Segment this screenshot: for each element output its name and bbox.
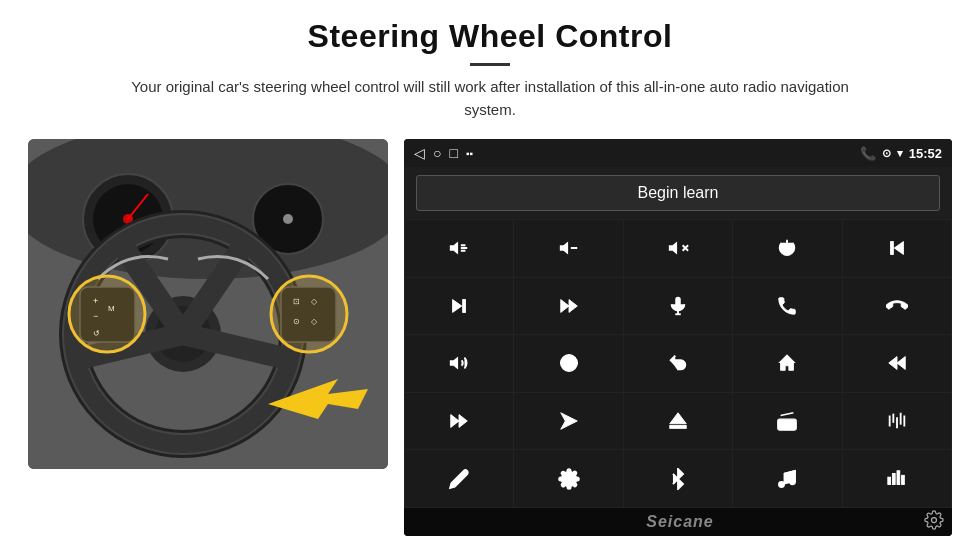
- svg-marker-39: [894, 242, 903, 255]
- svg-marker-36: [669, 242, 677, 255]
- seicane-logo: Seicane: [436, 513, 924, 531]
- speaker-button[interactable]: [405, 335, 513, 392]
- mic-button[interactable]: [624, 278, 732, 335]
- eject-button[interactable]: [624, 393, 732, 450]
- svg-rect-40: [890, 242, 893, 255]
- prev-track-button[interactable]: [843, 220, 951, 277]
- svg-marker-44: [569, 299, 577, 312]
- svg-marker-30: [450, 242, 458, 255]
- svg-rect-73: [888, 477, 891, 484]
- skip-fwd-button[interactable]: [405, 393, 513, 450]
- svg-point-77: [932, 517, 937, 522]
- home-nav-icon[interactable]: ○: [433, 145, 441, 161]
- pen-button[interactable]: [405, 450, 513, 507]
- status-left: ◁ ○ □ ▪▪: [414, 145, 473, 161]
- svg-line-65: [781, 413, 794, 416]
- sd-icon: ▪▪: [466, 148, 473, 159]
- begin-learn-button[interactable]: Begin learn: [416, 175, 940, 211]
- svg-marker-43: [560, 299, 568, 312]
- volume-bars-button[interactable]: [843, 450, 951, 507]
- navigate-button[interactable]: [514, 393, 622, 450]
- svg-marker-55: [451, 415, 459, 428]
- svg-rect-75: [897, 470, 900, 484]
- bluetooth-button[interactable]: [624, 450, 732, 507]
- svg-marker-53: [897, 357, 905, 370]
- svg-point-7: [283, 214, 293, 224]
- title-divider: [470, 63, 510, 66]
- vol-up-button[interactable]: [405, 220, 513, 277]
- android-screen: ◁ ○ □ ▪▪ 📞 ⊙ ▾ 15:52 Begin learn: [404, 139, 952, 536]
- svg-rect-76: [901, 475, 904, 484]
- header-section: Steering Wheel Control Your original car…: [0, 0, 980, 131]
- back-button[interactable]: [624, 335, 732, 392]
- svg-marker-48: [450, 357, 458, 370]
- back-nav-icon[interactable]: ◁: [414, 145, 425, 161]
- svg-marker-54: [889, 357, 897, 370]
- power-button[interactable]: [733, 220, 841, 277]
- svg-rect-59: [670, 426, 687, 429]
- equalizer-button[interactable]: [843, 393, 951, 450]
- svg-rect-74: [892, 473, 895, 484]
- svg-text:360: 360: [565, 362, 573, 367]
- content-area: + − M ↺ ⊡ ◇ ⊙ ◇ ◁: [0, 131, 980, 548]
- radio-button[interactable]: [733, 393, 841, 450]
- phone-status-icon: 📞: [860, 146, 876, 161]
- bottom-bar: Seicane: [404, 508, 952, 536]
- phone-answer-button[interactable]: [733, 278, 841, 335]
- fast-forward-button[interactable]: [514, 278, 622, 335]
- svg-marker-58: [670, 413, 687, 424]
- steering-wheel-image: + − M ↺ ⊡ ◇ ⊙ ◇: [28, 139, 388, 469]
- music-button[interactable]: [733, 450, 841, 507]
- svg-marker-56: [459, 415, 467, 428]
- status-right: 📞 ⊙ ▾ 15:52: [860, 146, 942, 161]
- svg-point-61: [781, 422, 787, 428]
- page-title: Steering Wheel Control: [60, 18, 920, 55]
- status-bar: ◁ ○ □ ▪▪ 📞 ⊙ ▾ 15:52: [404, 139, 952, 167]
- clock: 15:52: [909, 146, 942, 161]
- page-wrapper: Steering Wheel Control Your original car…: [0, 0, 980, 548]
- gps-icon: ⊙: [882, 147, 891, 160]
- svg-marker-41: [453, 299, 462, 312]
- gear-icon[interactable]: [924, 510, 944, 535]
- vol-down-button[interactable]: [514, 220, 622, 277]
- svg-marker-34: [559, 242, 567, 255]
- recents-nav-icon[interactable]: □: [449, 145, 457, 161]
- 360-view-button[interactable]: 360: [514, 335, 622, 392]
- mute-button[interactable]: [624, 220, 732, 277]
- svg-point-28: [271, 276, 347, 352]
- begin-learn-row: Begin learn: [404, 167, 952, 219]
- home-button[interactable]: [733, 335, 841, 392]
- controls-grid: 360: [404, 219, 952, 508]
- wifi-icon: ▾: [897, 147, 903, 160]
- svg-rect-42: [463, 299, 466, 312]
- phone-hangup-button[interactable]: [843, 278, 951, 335]
- svg-marker-57: [560, 413, 577, 430]
- settings3-button[interactable]: [514, 450, 622, 507]
- subtitle: Your original car's steering wheel contr…: [130, 76, 850, 121]
- next-track-button[interactable]: [405, 278, 513, 335]
- skip-back-button[interactable]: [843, 335, 951, 392]
- svg-point-27: [69, 276, 145, 352]
